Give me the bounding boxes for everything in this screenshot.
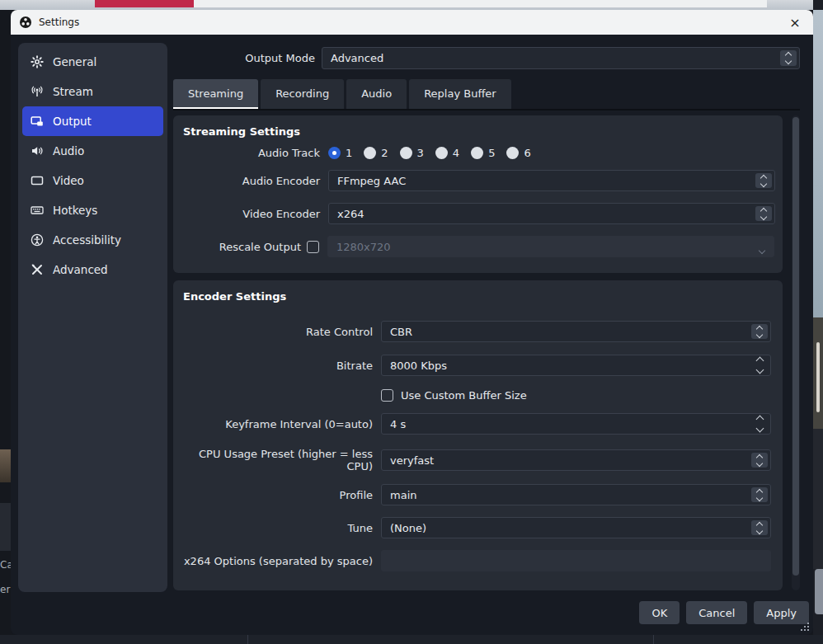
cpu-preset-row: CPU Usage Preset (higher = less CPU) ver… (173, 448, 783, 472)
tab-streaming[interactable]: Streaming (173, 79, 258, 109)
screen-share-icon (31, 115, 44, 128)
video-encoder-row: Video Encoder x264 (173, 203, 783, 224)
streaming-settings-panel: Streaming Settings Audio Track 1 2 3 4 5… (173, 115, 783, 273)
sidebar-item-audio[interactable]: Audio (22, 136, 163, 166)
output-mode-dropdown[interactable]: Advanced (322, 47, 800, 69)
accessibility-icon (31, 233, 44, 247)
rescale-resolution-dropdown[interactable]: 1280x720 (327, 236, 774, 257)
radio-label: 1 (346, 147, 352, 159)
sidebar-item-hotkeys[interactable]: Hotkeys (22, 195, 163, 225)
audio-track-radio-2[interactable] (364, 147, 376, 159)
chevron-down-icon (756, 494, 763, 501)
radio-label: 3 (417, 147, 424, 159)
profile-label: Profile (173, 489, 373, 501)
x264-options-row: x264 Options (separated by space) (173, 550, 783, 571)
audio-track-radio-3[interactable] (400, 147, 412, 159)
keyframe-interval-spinbox[interactable]: 4 s (381, 413, 771, 435)
dropdown-arrows-icon[interactable] (751, 520, 768, 535)
profile-row: Profile main (173, 484, 783, 505)
background-photo-fragment (813, 317, 823, 429)
audio-track-radio-4[interactable] (435, 147, 448, 159)
profile-dropdown[interactable]: main (381, 484, 771, 505)
cpu-preset-dropdown[interactable]: veryfast (381, 449, 771, 471)
audio-track-radio-6[interactable] (506, 147, 519, 159)
speaker-icon (31, 144, 44, 157)
bitrate-spinbox[interactable]: 8000 Kbps (381, 355, 771, 376)
audio-encoder-row: Audio Encoder FFmpeg AAC (173, 170, 783, 191)
audio-encoder-dropdown[interactable]: FFmpeg AAC (328, 170, 775, 191)
output-tabs: Streaming Recording Audio Replay Buffer (173, 79, 511, 109)
chevron-down-icon (756, 459, 763, 466)
scrollbar-thumb[interactable] (792, 117, 799, 576)
use-custom-buffer-label[interactable]: Use Custom Buffer Size (401, 389, 527, 402)
background-red-bar (95, 0, 194, 7)
use-custom-buffer-checkbox[interactable] (381, 389, 393, 402)
rate-control-row: Rate Control CBR (173, 321, 783, 342)
x264-options-input[interactable] (381, 550, 771, 571)
sidebar-item-accessibility[interactable]: Accessibility (22, 225, 163, 255)
audio-track-radio-group: 1 2 3 4 5 6 (328, 142, 775, 163)
background-sky (813, 10, 823, 317)
keyframe-interval-row: Keyframe Interval (0=auto) 4 s (173, 413, 783, 435)
tune-value: (None) (390, 522, 426, 534)
radio-label: 2 (381, 147, 388, 159)
video-encoder-dropdown[interactable]: x264 (328, 203, 775, 224)
dropdown-arrows-icon[interactable] (780, 50, 797, 66)
sidebar-item-label: Hotkeys (53, 204, 97, 217)
sidebar-item-advanced[interactable]: Advanced (22, 255, 163, 284)
dropdown-arrows-icon[interactable] (755, 206, 772, 221)
rescale-output-label: Rescale Output (173, 241, 301, 253)
tune-dropdown[interactable]: (None) (381, 517, 771, 538)
background-dark-fragment (813, 429, 823, 569)
chevron-down-icon (760, 213, 767, 219)
dialog-footer: OK Cancel Apply (639, 601, 809, 624)
tune-label: Tune (173, 522, 373, 534)
sidebar-item-label: Video (53, 174, 84, 187)
streaming-settings-heading: Streaming Settings (183, 125, 783, 138)
radio-label: 6 (524, 147, 530, 159)
titlebar[interactable]: Settings × (11, 10, 813, 35)
settings-window: Settings × General Stream Output Audio (11, 10, 813, 635)
custom-buffer-row: Use Custom Buffer Size (173, 389, 783, 402)
spinbox-arrows-icon[interactable] (754, 358, 765, 373)
ok-button[interactable]: OK (639, 601, 680, 624)
bitrate-label: Bitrate (173, 360, 373, 372)
chevron-up-icon (755, 416, 764, 424)
spinbox-arrows-icon[interactable] (754, 416, 765, 431)
audio-track-radio-5[interactable] (471, 147, 483, 159)
resize-grip[interactable] (807, 629, 809, 631)
sidebar-item-general[interactable]: General (22, 47, 163, 77)
video-encoder-value: x264 (337, 208, 364, 220)
dropdown-arrows-icon[interactable] (751, 453, 768, 468)
apply-button[interactable]: Apply (754, 601, 809, 624)
chevron-down-icon (785, 58, 792, 64)
rate-control-value: CBR (390, 326, 412, 338)
bitrate-row: Bitrate 8000 Kbps (173, 355, 783, 376)
rate-control-dropdown[interactable]: CBR (381, 321, 771, 342)
tab-separator (173, 109, 800, 110)
dropdown-arrows-icon[interactable] (751, 324, 768, 339)
background-text-fragment: Ca (0, 559, 11, 571)
profile-value: main (390, 489, 416, 501)
sidebar-item-stream[interactable]: Stream (22, 77, 163, 106)
vertical-scrollbar[interactable] (792, 115, 800, 590)
cancel-button[interactable]: Cancel (686, 601, 747, 624)
close-button[interactable]: × (785, 15, 805, 31)
output-mode-label: Output Mode (173, 52, 315, 64)
audio-track-label: Audio Track (173, 147, 320, 159)
tab-audio[interactable]: Audio (346, 79, 407, 109)
sidebar-item-video[interactable]: Video (22, 166, 163, 195)
rate-control-label: Rate Control (173, 326, 373, 338)
sidebar-item-output[interactable]: Output (22, 106, 163, 136)
desktop-top-strip (0, 0, 823, 10)
gear-icon (31, 55, 44, 68)
audio-track-radio-1[interactable] (328, 147, 341, 159)
dropdown-arrows-icon[interactable] (751, 487, 768, 502)
sidebar-item-label: Accessibility (53, 233, 121, 247)
tab-recording[interactable]: Recording (261, 79, 344, 109)
tab-replay-buffer[interactable]: Replay Buffer (409, 79, 511, 109)
dropdown-arrows-icon[interactable] (755, 173, 772, 188)
rescale-output-checkbox[interactable] (307, 241, 319, 253)
audio-encoder-label: Audio Encoder (173, 175, 320, 187)
radio-label: 4 (453, 147, 459, 159)
